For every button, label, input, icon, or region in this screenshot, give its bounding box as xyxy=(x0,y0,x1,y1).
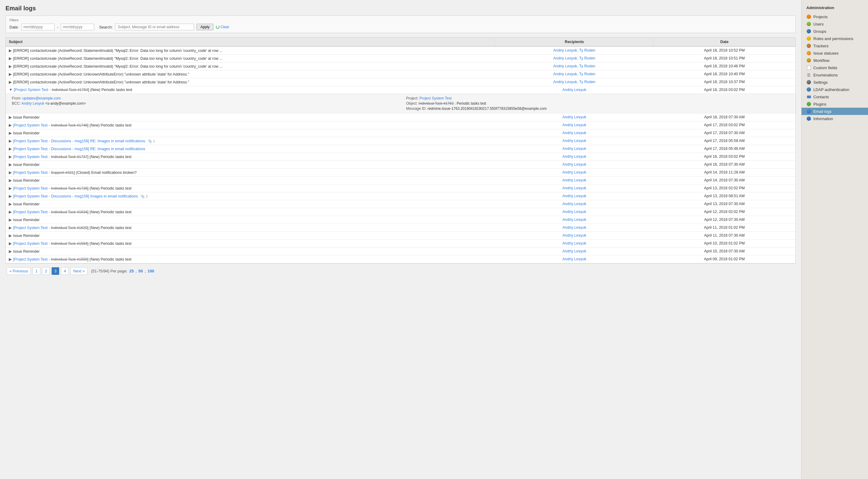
subject-link[interactable]: [Project System Test - Discussions - msg… xyxy=(13,139,145,143)
perpage-25[interactable]: 25 xyxy=(129,269,133,273)
page-3-link[interactable]: 3 xyxy=(52,267,59,275)
recipient-link[interactable]: Andriy Lesyuk xyxy=(562,139,586,143)
subject-project-link[interactable]: [Project System Test - xyxy=(13,170,51,175)
sidebar-item-statuses[interactable]: Issue statuses xyxy=(802,49,868,57)
page-4-link[interactable]: 4 xyxy=(61,267,69,275)
recipient-link[interactable]: Andriy Lesyuk xyxy=(562,155,586,159)
sidebar-item-projects[interactable]: Projects xyxy=(802,13,868,20)
subject-task-strike: Individual Task #1763 xyxy=(52,88,88,92)
subject-project-link[interactable]: [Project System Test - xyxy=(13,186,51,191)
toggle-icon[interactable]: ▶ xyxy=(9,241,12,246)
recipients-cell: Andriy Lesyuk xyxy=(495,169,653,177)
subject-project-link[interactable]: [Project System Test - xyxy=(13,241,51,246)
subject-project-link[interactable]: [Project System Test - xyxy=(13,226,51,230)
toggle-icon[interactable]: ▶ xyxy=(9,64,12,69)
sidebar-item-groups[interactable]: Groups xyxy=(802,28,868,35)
recipient-link[interactable]: Andriy Lesyuk xyxy=(562,88,586,92)
sidebar-item-users[interactable]: Users xyxy=(802,20,868,28)
table-row: ▶[Project System Test - Individual Task … xyxy=(6,224,796,232)
clear-link[interactable]: Clear xyxy=(216,25,229,29)
toggle-icon[interactable]: ▶ xyxy=(9,226,12,230)
sidebar-item-ldap[interactable]: LDAP authentication xyxy=(802,86,868,93)
page-2-link[interactable]: 2 xyxy=(42,267,50,275)
bcc-link[interactable]: Andriy Lesyuk xyxy=(21,101,44,106)
toggle-icon[interactable]: ▶ xyxy=(9,56,12,61)
recipient-link[interactable]: Andriy Lesyuk xyxy=(562,162,586,167)
recipient-link[interactable]: Andriy Lesyuk xyxy=(562,217,586,222)
perpage-100[interactable]: 100 xyxy=(148,269,154,273)
apply-button[interactable]: Apply xyxy=(196,24,213,30)
toggle-icon[interactable]: ▶ xyxy=(9,139,12,143)
page-1-link[interactable]: 1 xyxy=(32,267,40,275)
toggle-icon[interactable]: ▶ xyxy=(9,115,12,119)
recipient-link[interactable]: Andriy Lesyuk xyxy=(562,210,586,214)
toggle-icon[interactable]: ▶ xyxy=(9,72,12,76)
subject-link[interactable]: [Project System Test - Discussions - msg… xyxy=(13,147,145,151)
toggle-icon[interactable]: ▶ xyxy=(9,178,12,183)
recipient-link[interactable]: Andriy Lesyuk xyxy=(562,241,586,245)
previous-page-link[interactable]: « Previous xyxy=(7,267,31,275)
sidebar-item-roles[interactable]: Roles and permissions xyxy=(802,35,868,42)
toggle-icon[interactable]: ▶ xyxy=(9,217,12,222)
toggle-icon[interactable]: ▶ xyxy=(9,249,12,253)
toggle-icon[interactable]: ▶ xyxy=(9,123,12,128)
subject-project-link[interactable]: [Project System Test - xyxy=(13,155,51,159)
recipient-link[interactable]: Andriy Lesyuk xyxy=(562,233,586,238)
subject-project-link[interactable]: [Project System Test - xyxy=(13,257,51,262)
toggle-icon[interactable]: ▶ xyxy=(9,186,12,191)
recipient-link[interactable]: Andriy Lesyuk xyxy=(562,249,586,253)
subject-link[interactable]: [Project System Test - Discussions - msg… xyxy=(13,194,138,198)
sidebar-item-plugins[interactable]: Plugins xyxy=(802,100,868,108)
recipient-link[interactable]: Andriy Lesyuk xyxy=(562,257,586,261)
recipient-link[interactable]: Andriy Lesyuk xyxy=(562,226,586,230)
subject-project-link[interactable]: [Project System Test - xyxy=(13,123,51,128)
sidebar-item-trackers[interactable]: Trackers xyxy=(802,42,868,49)
search-input[interactable] xyxy=(115,24,194,30)
toggle-icon[interactable]: ▶ xyxy=(9,257,12,262)
recipient-link[interactable]: Andriy Lesyuk xyxy=(562,186,586,190)
recipient-link[interactable]: Andriy Lesyuk, Ty Roden xyxy=(553,72,595,76)
toggle-icon[interactable]: ▶ xyxy=(9,162,12,167)
recipient-link[interactable]: Andriy Lesyuk xyxy=(562,146,586,151)
next-page-link[interactable]: Next » xyxy=(70,267,87,275)
recipients-cell: Andriy Lesyuk xyxy=(495,177,653,184)
toggle-icon[interactable]: ▶ xyxy=(9,210,12,214)
sidebar-item-contacts[interactable]: Contacts xyxy=(802,93,868,100)
toggle-icon[interactable]: ▶ xyxy=(9,146,12,151)
recipient-link[interactable]: Andriy Lesyuk xyxy=(562,202,586,206)
toggle-icon[interactable]: ▶ xyxy=(9,202,12,206)
sidebar-item-emaillogs[interactable]: Email logs xyxy=(802,108,868,115)
recipient-link[interactable]: Andriy Lesyuk xyxy=(562,178,586,182)
date-from-input[interactable] xyxy=(21,24,55,30)
toggle-icon[interactable]: ▶ xyxy=(9,233,12,238)
from-email-link[interactable]: updates@example.com xyxy=(23,96,61,100)
perpage-50[interactable]: 50 xyxy=(138,269,143,273)
toggle-icon[interactable]: ▶ xyxy=(9,48,12,53)
recipient-link[interactable]: Andriy Lesyuk xyxy=(562,131,586,135)
recipient-link[interactable]: Andriy Lesyuk xyxy=(562,194,586,198)
subject-project-link[interactable]: [Project System Test - xyxy=(13,210,51,214)
recipient-link[interactable]: Andriy Lesyuk xyxy=(562,115,586,119)
toggle-icon[interactable]: ▶ xyxy=(9,155,12,159)
toggle-icon[interactable]: ▶ xyxy=(9,194,12,198)
detail-row: From: updates@example.com Project: Proje… xyxy=(6,94,796,113)
recipient-link[interactable]: Andriy Lesyuk, Ty Roden xyxy=(553,80,595,84)
sidebar-item-custom[interactable]: Custom fields xyxy=(802,64,868,71)
sidebar-item-enum[interactable]: ☰Enumerations xyxy=(802,71,868,78)
recipient-link[interactable]: Andriy Lesyuk xyxy=(562,123,586,127)
toggle-icon[interactable]: ▶ xyxy=(9,170,12,175)
recipient-link[interactable]: Andriy Lesyuk xyxy=(562,170,586,174)
toggle-icon[interactable]: ▶ xyxy=(9,80,12,84)
recipient-link[interactable]: Andriy Lesyuk, Ty Roden xyxy=(553,56,595,60)
date-to-input[interactable] xyxy=(61,24,94,30)
sidebar-item-info[interactable]: Information xyxy=(802,115,868,122)
sidebar-item-workflow[interactable]: Workflow xyxy=(802,57,868,64)
recipient-link[interactable]: Andriy Lesyuk, Ty Roden xyxy=(553,48,595,53)
recipient-link[interactable]: Andriy Lesyuk, Ty Roden xyxy=(553,64,595,68)
project-link[interactable]: Project System Test xyxy=(420,96,452,100)
attachment-icon: 📎 2 xyxy=(140,195,148,198)
subject-project-link[interactable]: [Project System Test - xyxy=(14,88,52,92)
toggle-icon[interactable]: ▶ xyxy=(9,131,12,135)
sidebar-item-settings[interactable]: Settings xyxy=(802,78,868,86)
toggle-icon[interactable]: ▼ xyxy=(9,88,12,92)
